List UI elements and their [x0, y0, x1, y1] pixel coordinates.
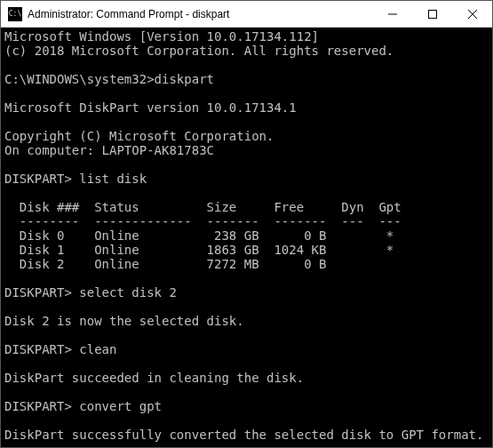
diskpart-version-line: Microsoft DiskPart version 10.0.17134.1 — [4, 100, 297, 115]
command-diskpart: diskpart — [155, 72, 214, 86]
command-convert-gpt: convert gpt — [79, 399, 162, 413]
command-select-disk: select disk 2 — [79, 285, 177, 300]
svg-rect-1 — [428, 10, 436, 18]
command-clean: clean — [79, 342, 116, 356]
disk-row-0: Disk 0 Online 238 GB 0 B * — [4, 228, 394, 243]
disk-row-2: Disk 2 Online 7272 MB 0 B — [4, 257, 326, 271]
titlebar: C:\ Administrator: Command Prompt - disk… — [1, 1, 492, 28]
msg-disk-selected: Disk 2 is now the selected disk. — [4, 314, 244, 328]
computer-name-line: On computer: LAPTOP-AK81783C — [4, 143, 214, 157]
copyright-line: (c) 2018 Microsoft Corporation. All righ… — [4, 44, 394, 58]
diskpart-prompt: DISKPART> — [4, 399, 79, 413]
minimize-button[interactable] — [372, 1, 412, 27]
minimize-icon — [388, 10, 397, 19]
msg-clean-succeeded: DiskPart succeeded in cleaning the disk. — [4, 371, 304, 385]
disk-table-rule: -------- ------------- ------- ------- -… — [4, 214, 402, 228]
diskpart-copyright-line: Copyright (C) Microsoft Corporation. — [4, 129, 274, 143]
diskpart-prompt: DISKPART> — [4, 285, 79, 300]
maximize-button[interactable] — [412, 1, 452, 27]
disk-table-header: Disk ### Status Size Free Dyn Gpt — [4, 200, 402, 214]
diskpart-prompt: DISKPART> — [4, 172, 79, 186]
window-title: Administrator: Command Prompt - diskpart — [28, 8, 372, 20]
close-button[interactable] — [452, 1, 492, 27]
maximize-icon — [428, 10, 437, 19]
command-list-disk: list disk — [79, 172, 147, 186]
close-icon — [468, 10, 477, 19]
diskpart-prompt: DISKPART> — [4, 342, 79, 356]
os-version-line: Microsoft Windows [Version 10.0.17134.11… — [4, 29, 319, 44]
prompt-path: C:\WINDOWS\system32> — [4, 72, 155, 86]
msg-convert-succeeded: DiskPart successfully converted the sele… — [4, 428, 483, 442]
terminal-output[interactable]: Microsoft Windows [Version 10.0.17134.11… — [1, 28, 492, 447]
cmd-icon: C:\ — [8, 7, 22, 21]
disk-row-1: Disk 1 Online 1863 GB 1024 KB * — [4, 243, 394, 257]
